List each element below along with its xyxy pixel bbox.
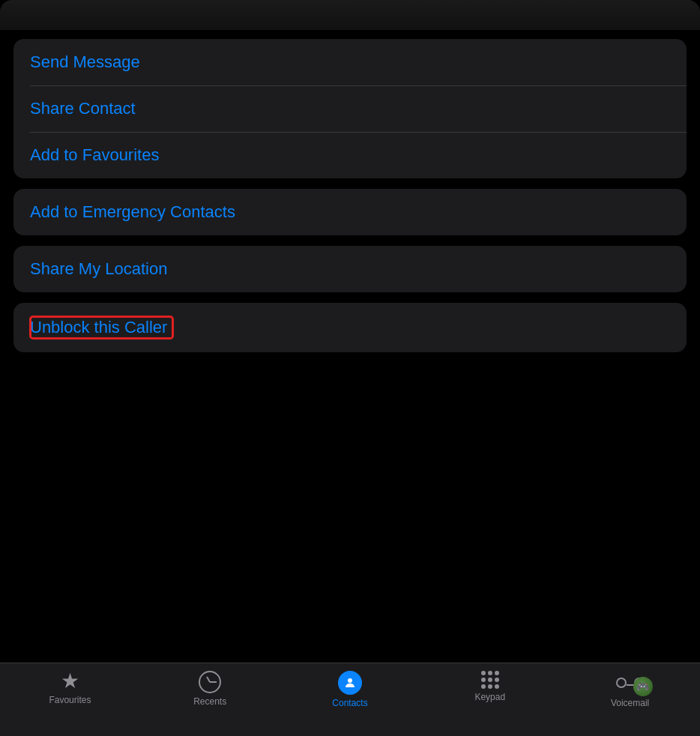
menu-group-1: Send Message Share Contact Add to Favour…: [13, 39, 687, 178]
tab-bar: ★ Favourites Recents Contacts: [0, 663, 700, 736]
main-content: Send Message Share Contact Add to Favour…: [0, 30, 700, 663]
share-contact-item[interactable]: Share Contact: [13, 85, 687, 132]
menu-group-3: Share My Location: [13, 246, 687, 292]
voicemail-icon-container: 🎮: [612, 671, 648, 695]
top-fade-bar: [0, 0, 700, 30]
send-message-label: Send Message: [30, 52, 140, 71]
mascot-watermark: 🎮: [633, 677, 653, 696]
add-to-favourites-item[interactable]: Add to Favourites: [13, 132, 687, 178]
tab-favourites-label: Favourites: [49, 695, 91, 705]
add-emergency-contacts-item[interactable]: Add to Emergency Contacts: [13, 189, 687, 235]
share-my-location-label: Share My Location: [30, 259, 167, 278]
add-to-favourites-label: Add to Favourites: [30, 145, 159, 164]
tab-voicemail-label: Voicemail: [611, 698, 649, 708]
clock-icon: [199, 671, 221, 693]
tab-favourites[interactable]: ★ Favourites: [0, 671, 140, 705]
star-icon: ★: [61, 671, 79, 692]
keypad-icon: [481, 671, 499, 689]
tab-keypad[interactable]: Keypad: [420, 671, 560, 702]
tab-contacts-label: Contacts: [332, 698, 367, 708]
menu-group-4: Unblock this Caller: [13, 303, 687, 352]
tab-voicemail[interactable]: 🎮 Voicemail: [560, 671, 700, 708]
share-contact-label: Share Contact: [30, 99, 136, 118]
menu-group-2: Add to Emergency Contacts: [13, 189, 687, 235]
tab-recents-label: Recents: [193, 696, 226, 707]
share-my-location-item[interactable]: Share My Location: [13, 246, 687, 292]
tab-contacts[interactable]: Contacts: [280, 671, 420, 708]
svg-point-0: [348, 678, 352, 683]
tab-keypad-label: Keypad: [474, 692, 505, 702]
tab-recents[interactable]: Recents: [140, 671, 280, 707]
send-message-item[interactable]: Send Message: [13, 39, 687, 85]
unblock-caller-label: Unblock this Caller: [30, 316, 173, 339]
unblock-caller-item[interactable]: Unblock this Caller: [13, 303, 687, 352]
person-icon: [338, 671, 362, 695]
add-emergency-contacts-label: Add to Emergency Contacts: [30, 202, 235, 221]
